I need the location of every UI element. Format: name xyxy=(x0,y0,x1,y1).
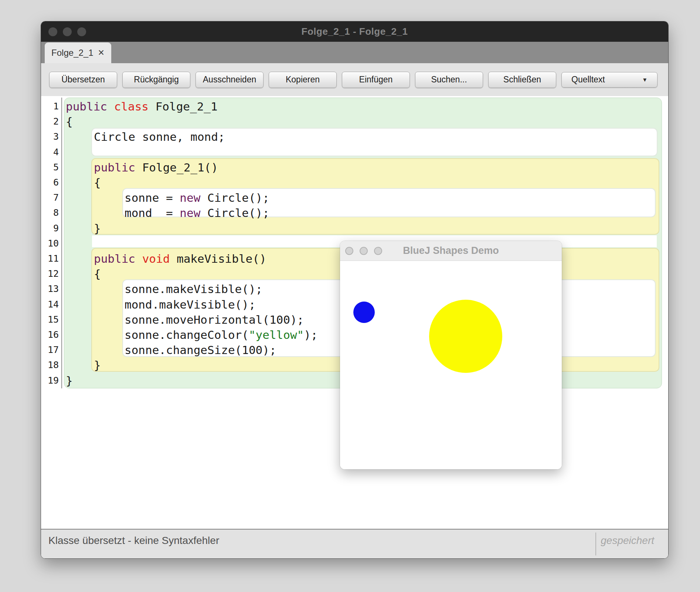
line-number: 15 xyxy=(41,312,59,327)
code-line-9[interactable]: } xyxy=(94,221,101,236)
line-number: 1 xyxy=(41,99,59,114)
code-line-2[interactable]: { xyxy=(66,114,73,129)
code-line-11[interactable]: public void makeVisible() xyxy=(94,251,266,266)
window-titlebar: Folge_2_1 - Folge_2_1 xyxy=(41,21,668,42)
line-number: 9 xyxy=(41,221,59,236)
code-token: void xyxy=(142,252,170,265)
line-number: 16 xyxy=(41,327,59,342)
toolbar-button-6[interactable]: Schließen xyxy=(488,72,556,88)
code-token: } xyxy=(94,222,101,235)
code-line-18[interactable]: } xyxy=(94,358,101,372)
code-token: new xyxy=(180,206,200,220)
window-title: Folge_2_1 - Folge_2_1 xyxy=(41,26,668,37)
line-number: 12 xyxy=(41,266,59,281)
line-number: 6 xyxy=(41,175,59,190)
code-token: { xyxy=(94,176,101,189)
line-number: 18 xyxy=(41,358,59,372)
code-token: public xyxy=(66,100,107,113)
code-line-15[interactable]: sonne.moveHorizontal(100); xyxy=(125,312,304,327)
code-token xyxy=(135,252,142,265)
line-number: 4 xyxy=(41,145,59,160)
code-line-16[interactable]: sonne.changeColor("yellow"); xyxy=(125,327,318,342)
code-token: public xyxy=(94,161,135,174)
tab-bar: Folge_2_1 ✕ xyxy=(41,42,668,63)
code-token: sonne.makeVisible(); xyxy=(125,282,262,296)
line-number: 14 xyxy=(41,297,59,312)
toolbar-button-5[interactable]: Suchen... xyxy=(415,72,483,88)
view-mode-dropdown[interactable]: Quelltext ▼ xyxy=(561,72,657,88)
code-line-1[interactable]: public class Folge_2_1 xyxy=(66,99,218,114)
code-line-7[interactable]: sonne = new Circle(); xyxy=(125,190,269,205)
status-bar: Klasse übersetzt - keine Syntaxfehler ge… xyxy=(41,529,668,558)
code-line-5[interactable]: public Folge_2_1() xyxy=(94,160,218,175)
code-line-8[interactable]: mond = new Circle(); xyxy=(125,205,269,220)
code-line-13[interactable]: sonne.makeVisible(); xyxy=(125,282,262,296)
code-line-6[interactable]: { xyxy=(94,175,101,190)
code-token: sonne.changeColor( xyxy=(125,328,249,341)
code-token: sonne.changeSize(100); xyxy=(125,343,276,357)
editor-toolbar: ÜbersetzenRückgängigAusschneidenKopieren… xyxy=(41,63,668,96)
code-token: new xyxy=(180,191,200,204)
code-token: Folge_2_1() xyxy=(135,161,218,174)
demo-circle-1 xyxy=(429,300,502,373)
code-token: public xyxy=(94,252,135,265)
code-token: } xyxy=(94,358,101,372)
toolbar-button-2[interactable]: Ausschneiden xyxy=(196,72,264,88)
code-token: "yellow" xyxy=(249,328,304,341)
code-line-17[interactable]: sonne.changeSize(100); xyxy=(125,343,276,357)
code-token: mond.makeVisible(); xyxy=(125,298,256,311)
demo-circle-0 xyxy=(353,302,375,323)
tab-close-icon[interactable]: ✕ xyxy=(98,49,105,57)
toolbar-button-3[interactable]: Kopieren xyxy=(269,72,337,88)
line-number: 19 xyxy=(41,373,59,388)
code-token: Circle(); xyxy=(200,191,269,204)
toolbar-buttons: ÜbersetzenRückgängigAusschneidenKopieren… xyxy=(49,72,561,88)
code-line-12[interactable]: { xyxy=(94,266,101,281)
code-token: Folge_2_1 xyxy=(149,100,218,113)
line-number: 2 xyxy=(41,114,59,129)
code-line-19[interactable]: } xyxy=(66,373,73,388)
line-number: 11 xyxy=(41,251,59,266)
view-mode-label: Quelltext xyxy=(571,75,605,85)
line-number: 13 xyxy=(41,282,59,296)
code-line-3[interactable]: Circle sonne, mond; xyxy=(94,129,225,144)
line-number: 5 xyxy=(41,160,59,175)
code-token: } xyxy=(66,374,73,387)
tab-folge-2-1[interactable]: Folge_2_1 ✕ xyxy=(45,42,111,63)
code-token: Circle(); xyxy=(200,206,269,220)
code-token: mond = xyxy=(125,206,180,220)
code-line-14[interactable]: mond.makeVisible(); xyxy=(125,297,256,312)
toolbar-button-1[interactable]: Rückgängig xyxy=(122,72,190,88)
gutter-separator xyxy=(61,98,62,388)
shapes-demo-window: BlueJ Shapes Demo xyxy=(340,241,562,469)
tab-label: Folge_2_1 xyxy=(51,48,93,58)
code-token xyxy=(107,100,114,113)
code-token: ); xyxy=(304,328,317,341)
code-token: makeVisible() xyxy=(170,252,266,265)
status-message: Klasse übersetzt - keine Syntaxfehler xyxy=(48,535,219,547)
chevron-down-icon: ▼ xyxy=(642,76,648,83)
code-token: { xyxy=(66,115,73,128)
demo-window-title: BlueJ Shapes Demo xyxy=(340,245,562,256)
code-token: sonne.moveHorizontal(100); xyxy=(125,313,304,326)
line-number: 3 xyxy=(41,129,59,144)
toolbar-button-4[interactable]: Einfügen xyxy=(342,72,410,88)
save-state-label: gespeichert xyxy=(601,535,654,547)
toolbar-button-0[interactable]: Übersetzen xyxy=(49,72,117,88)
code-token: sonne = xyxy=(125,191,180,204)
code-token: class xyxy=(114,100,149,113)
line-number: 8 xyxy=(41,205,59,220)
demo-titlebar: BlueJ Shapes Demo xyxy=(340,241,562,261)
status-divider xyxy=(595,533,596,555)
code-token: { xyxy=(94,267,101,280)
shapes-canvas xyxy=(340,261,562,469)
line-number: 7 xyxy=(41,190,59,205)
line-number: 17 xyxy=(41,343,59,357)
line-number: 10 xyxy=(41,236,59,251)
code-token: Circle sonne, mond; xyxy=(94,130,225,143)
